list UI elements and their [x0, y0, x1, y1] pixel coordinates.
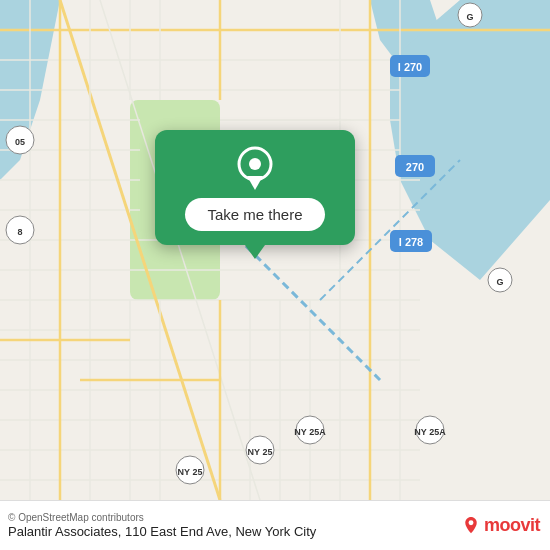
svg-text:05: 05 [15, 137, 25, 147]
svg-text:G: G [466, 12, 473, 22]
take-me-there-button[interactable]: Take me there [185, 198, 324, 231]
svg-text:NY 25: NY 25 [248, 447, 273, 457]
moovit-logo: moovit [462, 515, 540, 536]
bottom-info: © OpenStreetMap contributors Palantir As… [8, 512, 316, 539]
moovit-label: moovit [484, 515, 540, 536]
bottom-bar: © OpenStreetMap contributors Palantir As… [0, 500, 550, 550]
svg-text:8: 8 [17, 227, 22, 237]
svg-text:G: G [496, 277, 503, 287]
svg-text:NY 25: NY 25 [178, 467, 203, 477]
moovit-pin-icon [462, 517, 480, 535]
osm-credit: © OpenStreetMap contributors [8, 512, 316, 523]
svg-text:NY 25A: NY 25A [414, 427, 446, 437]
location-pin-icon [233, 146, 277, 190]
svg-marker-72 [247, 176, 263, 190]
svg-point-73 [469, 520, 474, 525]
popup-card: Take me there [155, 130, 355, 245]
svg-text:270: 270 [406, 161, 424, 173]
location-text: Palantir Associates, 110 East End Ave, N… [8, 524, 316, 539]
map-container: I 270 270 I 278 NY 25 NY 25A NY 25A 8 05… [0, 0, 550, 500]
svg-text:I 278: I 278 [399, 236, 423, 248]
map-background: I 270 270 I 278 NY 25 NY 25A NY 25A 8 05… [0, 0, 550, 500]
svg-text:I 270: I 270 [398, 61, 422, 73]
svg-text:NY 25A: NY 25A [294, 427, 326, 437]
svg-point-71 [249, 158, 261, 170]
